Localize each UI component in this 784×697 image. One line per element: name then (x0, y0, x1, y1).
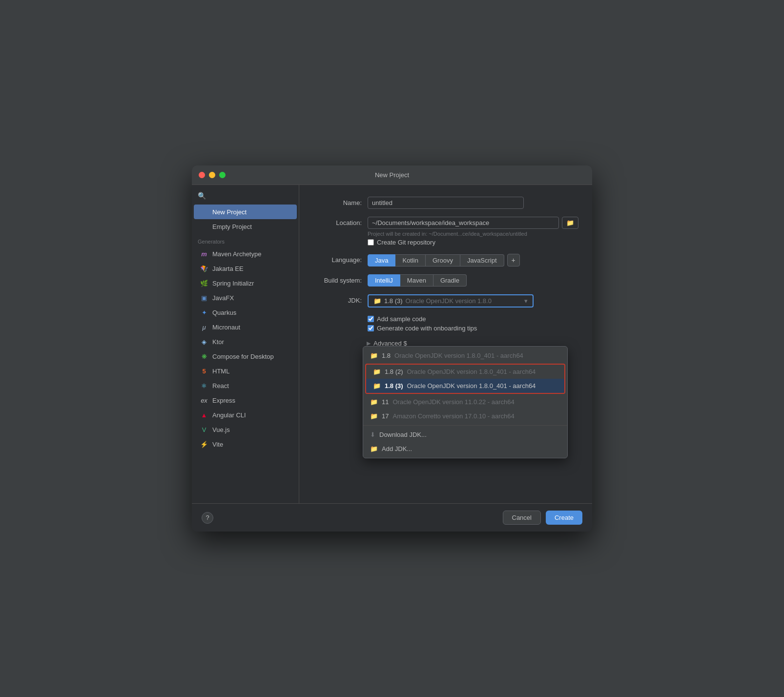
search-bar: 🔍 (192, 189, 299, 205)
generators-section-label: Generators (192, 234, 299, 246)
sidebar-item-micronaut[interactable]: μ Micronaut (194, 320, 297, 334)
help-button[interactable]: ? (202, 512, 213, 524)
sidebar-item-spring-initializr[interactable]: 🌿 Spring Initializr (194, 276, 297, 290)
sidebar-item-new-project[interactable]: New Project (194, 205, 297, 219)
sidebar-item-label: Micronaut (212, 324, 240, 331)
jdk-item-detail: Oracle OpenJDK version 1.8.0_401 - aarch… (407, 382, 536, 390)
name-row: Name: (313, 197, 578, 209)
location-control: 📁 Project will be created in: ~/Document… (368, 217, 578, 246)
jdk-label: JDK: (313, 294, 362, 304)
micronaut-icon: μ (200, 323, 208, 331)
create-git-repo-checkbox[interactable] (368, 239, 374, 246)
generate-code-row: Generate code with onboarding tips (368, 325, 578, 332)
download-icon: ⬇ (370, 431, 375, 438)
build-label: Build system: (313, 274, 362, 284)
jdk-item-version: 1.8 (3) (385, 382, 403, 390)
sidebar-item-express[interactable]: ex Express (194, 393, 297, 408)
window-controls (199, 172, 226, 178)
sidebar: 🔍 New Project Empty Project Generators m… (192, 185, 299, 503)
download-jdk-action[interactable]: ⬇ Download JDK... (363, 428, 567, 442)
jdk-item-version: 11 (382, 398, 389, 406)
build-segment-group: IntelliJ Maven Gradle (368, 274, 578, 287)
sidebar-item-label: Express (212, 397, 235, 404)
name-control (368, 197, 578, 209)
html-icon: 5 (200, 367, 208, 375)
new-project-dialog: New Project 🔍 New Project Empty Project … (192, 165, 592, 532)
dropdown-divider (363, 425, 567, 426)
spring-icon: 🌿 (200, 279, 208, 287)
sidebar-item-label: HTML (212, 368, 229, 375)
sidebar-item-label: React (212, 382, 229, 390)
language-javascript-btn[interactable]: JavaScript (460, 254, 504, 266)
add-jdk-icon: 📁 (370, 445, 378, 452)
jdk-item-folder-icon: 📁 (373, 382, 381, 390)
jdk-item-detail: Amazon Corretto version 17.0.10 - aarch6… (392, 412, 514, 420)
build-intellij-btn[interactable]: IntelliJ (368, 274, 400, 287)
jdk-item-detail: Oracle OpenJDK version 1.8.0_401 - aarch… (407, 368, 536, 375)
jdk-dropdown-button[interactable]: 📁 1.8 (3) Oracle OpenJDK version 1.8.0 ▾ (368, 294, 534, 308)
build-control: IntelliJ Maven Gradle (368, 274, 578, 287)
sidebar-item-javafx[interactable]: ▣ JavaFX (194, 290, 297, 305)
maximize-button[interactable] (219, 172, 226, 178)
add-sample-label-spacer (313, 315, 362, 318)
create-button[interactable]: Create (546, 511, 582, 525)
sidebar-item-jakarta-ee[interactable]: 🪁 Jakarta EE (194, 261, 297, 276)
title-bar: New Project (192, 165, 592, 185)
generate-code-checkbox[interactable] (368, 325, 374, 331)
jdk-item-folder-icon: 📁 (373, 368, 381, 375)
language-control: Java Kotlin Groovy JavaScript + (368, 254, 578, 266)
footer-actions: Cancel Create (503, 511, 583, 525)
jdk-item-folder-icon: 📁 (370, 352, 378, 359)
sidebar-item-quarkus[interactable]: ✦ Quarkus (194, 305, 297, 320)
sidebar-item-ktor[interactable]: ◈ Ktor (194, 334, 297, 349)
add-jdk-action[interactable]: 📁 Add JDK... (363, 442, 567, 456)
dialog-body: 🔍 New Project Empty Project Generators m… (192, 185, 592, 503)
maven-icon: m (200, 249, 208, 258)
sidebar-item-empty-project[interactable]: Empty Project (194, 219, 297, 234)
add-language-button[interactable]: + (507, 254, 520, 266)
sidebar-item-compose-desktop[interactable]: ❋ Compose for Desktop (194, 349, 297, 364)
language-java-btn[interactable]: Java (368, 254, 395, 266)
git-repo-label: Create Git repository (377, 239, 435, 246)
add-sample-checkbox[interactable] (368, 316, 374, 322)
add-sample-checkbox-row: Add sample code (368, 315, 578, 323)
sidebar-item-label: New Project (212, 208, 247, 216)
sidebar-item-vite[interactable]: ⚡ Vite (194, 437, 297, 451)
jdk-item-detail: Oracle OpenJDK version 1.8.0_401 - aarch… (394, 352, 523, 359)
build-gradle-btn[interactable]: Gradle (433, 274, 467, 287)
location-input[interactable] (368, 217, 559, 229)
sidebar-item-html[interactable]: 5 HTML (194, 364, 297, 378)
location-row: Location: 📁 Project will be created in: … (313, 217, 578, 246)
language-groovy-btn[interactable]: Groovy (426, 254, 460, 266)
jdk-item-version: 1.8 (2) (385, 368, 403, 375)
sidebar-item-label: Ktor (212, 338, 224, 346)
jdk-folder-icon: 📁 (373, 297, 381, 305)
jdk-option-11[interactable]: 📁 11 Oracle OpenJDK version 11.0.22 - aa… (363, 395, 567, 409)
sidebar-item-react[interactable]: ⚛ React (194, 378, 297, 393)
sidebar-item-label: Maven Archetype (212, 250, 261, 258)
close-button[interactable] (199, 172, 205, 178)
dropdown-arrow-icon: ▾ (524, 297, 528, 305)
sidebar-item-maven-archetype[interactable]: m Maven Archetype (194, 246, 297, 261)
build-maven-btn[interactable]: Maven (400, 274, 433, 287)
jdk-option-1-8-2[interactable]: 📁 1.8 (2) Oracle OpenJDK version 1.8.0_4… (366, 365, 564, 379)
sidebar-item-vue[interactable]: V Vue.js (194, 422, 297, 437)
location-input-row: 📁 (368, 217, 578, 229)
jdk-option-1-8-3[interactable]: 📁 1.8 (3) Oracle OpenJDK version 1.8.0_4… (366, 379, 564, 393)
angular-icon: ▲ (200, 410, 208, 419)
browse-folder-button[interactable]: 📁 (562, 217, 578, 229)
name-label: Name: (313, 197, 362, 206)
language-kotlin-btn[interactable]: Kotlin (395, 254, 426, 266)
jdk-option-1-8-plain[interactable]: 📁 1.8 Oracle OpenJDK version 1.8.0_401 -… (363, 348, 567, 363)
express-icon: ex (200, 396, 208, 405)
jdk-item-detail: Oracle OpenJDK version 11.0.22 - aarch64 (392, 398, 514, 406)
add-jdk-label: Add JDK... (382, 445, 412, 452)
cancel-button[interactable]: Cancel (503, 511, 541, 525)
sidebar-item-angular-cli[interactable]: ▲ Angular CLI (194, 408, 297, 422)
location-hint: Project will be created in: ~/Document..… (368, 231, 578, 237)
jdk-dropdown-popup: 📁 1.8 Oracle OpenJDK version 1.8.0_401 -… (363, 346, 568, 458)
dialog-title: New Project (375, 171, 409, 179)
name-input[interactable] (368, 197, 524, 209)
jdk-option-17[interactable]: 📁 17 Amazon Corretto version 17.0.10 - a… (363, 409, 567, 423)
minimize-button[interactable] (209, 172, 215, 178)
